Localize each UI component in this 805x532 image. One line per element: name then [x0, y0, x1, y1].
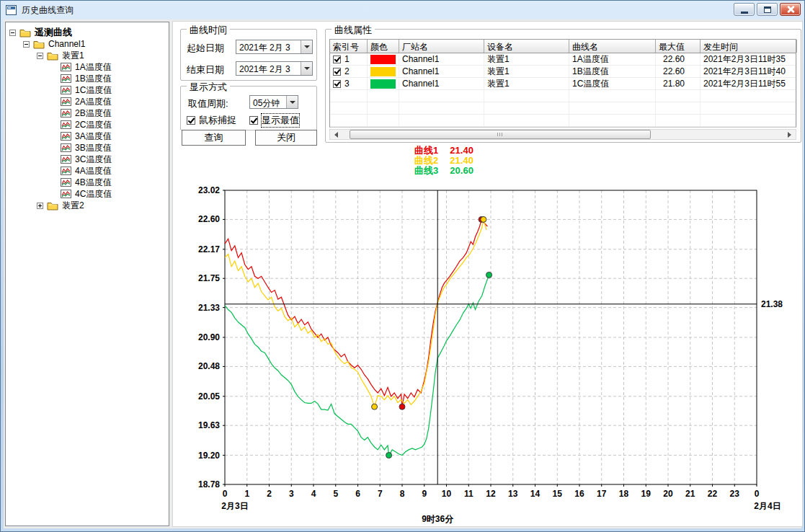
curve-icon	[61, 109, 71, 118]
minimize-button[interactable]	[734, 3, 755, 16]
curve-icon	[61, 86, 71, 94]
curve-icon	[61, 132, 71, 141]
tree-item-label: 2B温度值	[75, 107, 112, 120]
tree-item-3C温度值[interactable]: 3C温度值	[6, 154, 169, 165]
tree-item-2B温度值[interactable]: 2B温度值	[6, 107, 169, 119]
x-tick-label: 8	[400, 489, 405, 499]
empty-cell	[368, 115, 399, 126]
row-checkbox[interactable]	[333, 80, 341, 88]
query-button[interactable]: 查询	[182, 130, 246, 146]
close-button[interactable]	[780, 3, 801, 16]
show-extremes-option[interactable]: 显示最值	[249, 114, 299, 127]
x-tick-label: 5	[333, 489, 338, 499]
empty-cell	[484, 90, 569, 102]
time-cell: 2021年2月3日11时55	[701, 78, 797, 89]
curve-time-title: 曲线时间	[187, 24, 230, 37]
folder-icon	[19, 28, 31, 37]
tree-item-1A温度值[interactable]: 1A温度值	[6, 61, 169, 73]
empty-cell	[330, 90, 368, 102]
scroll-right-icon[interactable]	[785, 130, 796, 139]
empty-cell	[656, 102, 701, 114]
max-cell: 22.60	[656, 66, 701, 77]
empty-cell	[701, 90, 797, 102]
tree-item-装置2[interactable]: 装置2	[6, 200, 169, 211]
y-tick-label: 20.90	[198, 332, 220, 342]
series-line-3	[225, 275, 489, 455]
period-select[interactable]: 05分钟	[249, 95, 298, 109]
close-query-button[interactable]: 关闭	[255, 130, 317, 146]
tree-item-3B温度值[interactable]: 3B温度值	[6, 142, 169, 154]
tree-item-4B温度值[interactable]: 4B温度值	[6, 177, 169, 188]
table-row-3[interactable]: 3Channel1装置11C温度值21.802021年2月3日11时55	[330, 78, 796, 90]
tree-item-label: 1A温度值	[75, 61, 112, 74]
y-tick-label: 21.33	[198, 303, 220, 313]
end-date-value: 2021年 2月 3	[236, 62, 301, 75]
device-cell: 装置1	[484, 66, 569, 77]
series-line-2	[225, 219, 486, 407]
tree-item-label: 2C温度值	[75, 119, 112, 131]
row-checkbox[interactable]	[333, 68, 341, 76]
empty-cell	[368, 90, 399, 102]
curve-props-title: 曲线属性	[332, 24, 375, 37]
collapse-minus-icon[interactable]	[23, 41, 30, 48]
empty-cell	[569, 115, 656, 126]
tree-item-2C温度值[interactable]: 2C温度值	[6, 119, 169, 130]
collapse-minus-icon[interactable]	[37, 53, 43, 59]
curve-icon	[61, 143, 71, 152]
legend-name: 曲线2	[414, 155, 438, 166]
x-tick-label: 12	[486, 489, 496, 499]
history-curve-chart[interactable]: 23.0222.6022.1721.7521.3320.9020.4820.05…	[173, 179, 804, 528]
chevron-down-icon[interactable]	[301, 40, 312, 53]
tree-item-Channel1[interactable]: Channel1	[6, 38, 169, 50]
curve-props-table: 索引号颜色厂站名设备名曲线名最大值发生时间 1Channel1装置11A温度值2…	[329, 39, 796, 128]
y-tick-label: 19.20	[198, 451, 220, 461]
tree-item-2A温度值[interactable]: 2A温度值	[6, 96, 169, 107]
curve-tree[interactable]: 遥测曲线Channel1装置11A温度值1B温度值1C温度值2A温度值2B温度值…	[5, 22, 169, 526]
y-tick-label: 21.75	[198, 273, 220, 283]
end-date-select[interactable]: 2021年 2月 3	[236, 61, 313, 76]
tree-item-1B温度值[interactable]: 1B温度值	[6, 73, 169, 84]
x-tick-label: 21	[685, 489, 695, 499]
tree-item-遥测曲线[interactable]: 遥测曲线	[6, 27, 169, 38]
color-swatch	[370, 79, 396, 89]
empty-cell	[330, 115, 368, 126]
color-cell	[368, 53, 399, 65]
column-header-1: 索引号	[330, 40, 368, 53]
row-checkbox[interactable]	[333, 56, 341, 63]
mouse-capture-option[interactable]: 鼠标捕捉	[187, 114, 236, 127]
collapse-minus-icon[interactable]	[9, 30, 16, 36]
curve-icon	[61, 167, 71, 175]
table-row-2[interactable]: 2Channel1装置11B温度值22.602021年2月3日11时40	[330, 66, 796, 78]
table-row-1[interactable]: 1Channel1装置11A温度值22.602021年2月3日11时35	[330, 53, 796, 66]
tree-item-3A温度值[interactable]: 3A温度值	[6, 130, 169, 142]
tree-item-label: 遥测曲线	[35, 26, 72, 39]
expand-plus-icon[interactable]	[37, 203, 43, 209]
tree-item-4A温度值[interactable]: 4A温度值	[6, 165, 169, 177]
tree-item-1C温度值[interactable]: 1C温度值	[6, 84, 169, 96]
min-marker	[386, 453, 392, 458]
scrollbar-thumb[interactable]	[350, 130, 651, 139]
show-extremes-checkbox[interactable]	[249, 116, 258, 125]
x-tick-label: 0	[755, 489, 760, 499]
empty-cell	[399, 90, 484, 102]
tree-item-装置1[interactable]: 装置1	[6, 50, 169, 61]
chevron-down-icon[interactable]	[286, 96, 298, 108]
x-tick-label: 19	[641, 489, 651, 499]
empty-cell	[399, 102, 484, 114]
tree-item-4C温度值[interactable]: 4C温度值	[6, 188, 169, 200]
chevron-down-icon[interactable]	[301, 62, 312, 75]
start-date-select[interactable]: 2021年 2月 3	[236, 40, 313, 54]
x-tick-label: 4	[311, 489, 316, 499]
maximize-button[interactable]	[757, 3, 778, 16]
color-swatch	[370, 67, 396, 76]
time-cell: 2021年2月3日11时40	[701, 66, 797, 77]
titlebar[interactable]: 历史曲线查询	[1, 1, 804, 19]
scroll-left-icon[interactable]	[330, 130, 341, 139]
curve-cell: 1C温度值	[569, 78, 656, 89]
empty-cell	[484, 115, 569, 126]
y-tick-label: 20.05	[198, 391, 220, 402]
empty-cell	[656, 115, 701, 126]
mouse-capture-checkbox[interactable]	[187, 116, 195, 125]
table-hscrollbar[interactable]	[329, 129, 796, 140]
curve-icon	[61, 155, 71, 164]
